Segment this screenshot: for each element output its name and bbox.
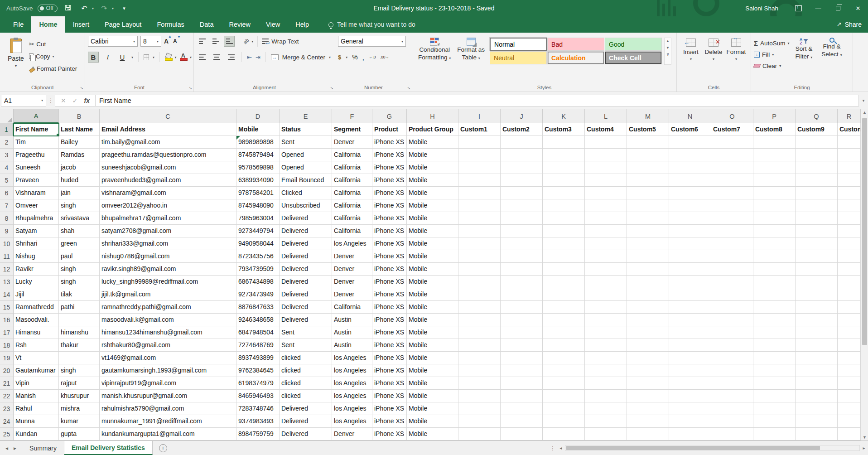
column-header-K[interactable]: K [543,109,585,123]
cell-B1[interactable]: Last Name [59,123,100,136]
cell-K3[interactable] [543,149,585,161]
cell-G18[interactable]: iPhone XS [372,339,407,352]
align-right-button[interactable] [226,52,236,63]
cell-K19[interactable] [543,352,585,364]
cell-O17[interactable] [711,326,753,339]
paste-button[interactable]: Paste ▾ [3,35,29,80]
cell-R12[interactable] [838,263,861,276]
cell-P19[interactable] [753,352,796,364]
cell-M11[interactable] [627,250,669,263]
cell-G8[interactable]: iPhone XS [372,212,407,225]
row-header-15[interactable]: 15 [0,301,14,314]
number-format-select[interactable]: General▾ [338,36,406,47]
cell-style-normal[interactable]: Normal [490,38,547,51]
cell-Q24[interactable] [796,415,838,428]
cell-B9[interactable]: shah [59,225,100,237]
ribbon-tab-data[interactable]: Data [192,16,222,33]
cell-M7[interactable] [627,199,669,212]
cell-Q3[interactable] [796,149,838,161]
cell-D10[interactable]: 9490958044 [236,237,280,250]
cell-P7[interactable] [753,199,796,212]
row-header-13[interactable]: 13 [0,276,14,288]
cell-E9[interactable]: Delivered [280,225,332,237]
cell-style-check-cell[interactable]: Check Cell [605,51,662,64]
underline-button[interactable]: U [117,52,128,63]
cell-O12[interactable] [711,263,753,276]
scroll-left-icon[interactable]: ◂ [557,445,565,450]
cell-N9[interactable] [669,225,711,237]
name-box[interactable]: A1 ▾ [1,95,46,106]
percent-style-button[interactable]: % [352,53,357,61]
formula-bar-splitter[interactable]: ⋮ [46,97,55,104]
conditional-formatting-button[interactable]: Conditional Formatting ▾ [415,35,454,83]
cell-P6[interactable] [753,187,796,199]
cell-P1[interactable]: Custom8 [753,123,796,136]
sheet-tab-summary[interactable]: Summary [22,441,64,455]
column-header-P[interactable]: P [753,109,796,123]
sheet-tab-email-delivery-statistics[interactable]: Email Delivery Statistics [64,441,153,455]
clipboard-dialog-launcher-icon[interactable]: ↘ [80,86,83,90]
cell-E17[interactable]: Sent [280,326,332,339]
cell-N4[interactable] [669,161,711,174]
tell-me-box[interactable]: Tell me what you want to do [328,16,415,33]
font-size-select[interactable]: 8▾ [140,36,161,47]
cell-H12[interactable]: Mobile [407,263,458,276]
cell-K9[interactable] [543,225,585,237]
cell-D3[interactable]: 8745879494 [236,149,280,161]
cell-C16[interactable]: masoodvali.k@gmail.com [100,314,236,326]
scroll-up-icon[interactable]: ▲ [861,110,868,115]
cell-J3[interactable] [501,149,543,161]
cell-F15[interactable]: California [332,301,372,314]
cell-E2[interactable]: Sent [280,136,332,149]
cell-A20[interactable]: Gautamkumar [14,364,59,377]
cell-K22[interactable] [543,390,585,402]
cell-style-calculation[interactable]: Calculation [547,51,604,64]
row-header-11[interactable]: 11 [0,250,14,263]
cell-P12[interactable] [753,263,796,276]
cell-J16[interactable] [501,314,543,326]
cell-K10[interactable] [543,237,585,250]
cell-M16[interactable] [627,314,669,326]
cell-Q15[interactable] [796,301,838,314]
cell-A11[interactable]: Nishug [14,250,59,263]
autosum-button[interactable]: ΣAutoSum▾ [754,39,790,48]
cell-D18[interactable]: 7274648769 [236,339,280,352]
cell-I18[interactable] [458,339,501,352]
cell-F12[interactable]: Denver [332,263,372,276]
cell-J23[interactable] [501,402,543,415]
cell-F6[interactable]: California [332,187,372,199]
cell-M13[interactable] [627,276,669,288]
cell-B12[interactable]: singh [59,263,100,276]
cell-K6[interactable] [543,187,585,199]
font-name-select[interactable]: Calibri▾ [88,36,138,47]
cell-I13[interactable] [458,276,501,288]
cell-I11[interactable] [458,250,501,263]
user-name[interactable]: Saloni Shah [745,5,778,12]
cell-E1[interactable]: Status [280,123,332,136]
decrease-decimal-icon[interactable]: .00→ [380,55,389,59]
cell-C25[interactable]: kundankumargupta1@gmail.com [100,428,236,440]
cell-B4[interactable]: jacob [59,161,100,174]
cell-C15[interactable]: ramnathreddy.pathi@gmail.com [100,301,236,314]
wrap-text-label[interactable]: Wrap Text [271,38,299,45]
cell-G1[interactable]: Product [372,123,407,136]
cell-H6[interactable]: Mobile [407,187,458,199]
cell-C11[interactable]: nishug0786@gmail.com [100,250,236,263]
cell-P8[interactable] [753,212,796,225]
cell-N21[interactable] [669,377,711,390]
fill-button[interactable]: ↓Fill▾ [754,50,790,59]
column-header-J[interactable]: J [501,109,543,123]
cell-P21[interactable] [753,377,796,390]
cell-B8[interactable]: srivastava [59,212,100,225]
cell-H19[interactable]: Mobile [407,352,458,364]
cell-L25[interactable] [585,428,627,440]
cell-C3[interactable]: prageethu.ramdas@questionpro.com [100,149,236,161]
cell-I21[interactable] [458,377,501,390]
cell-B6[interactable]: jain [59,187,100,199]
cell-Q14[interactable] [796,288,838,301]
cell-G21[interactable]: iPhone XS [372,377,407,390]
bottom-align-button[interactable] [224,36,235,47]
cell-E7[interactable]: Unsubscribed [280,199,332,212]
cell-A18[interactable]: Rsh [14,339,59,352]
cell-H16[interactable]: Mobile [407,314,458,326]
